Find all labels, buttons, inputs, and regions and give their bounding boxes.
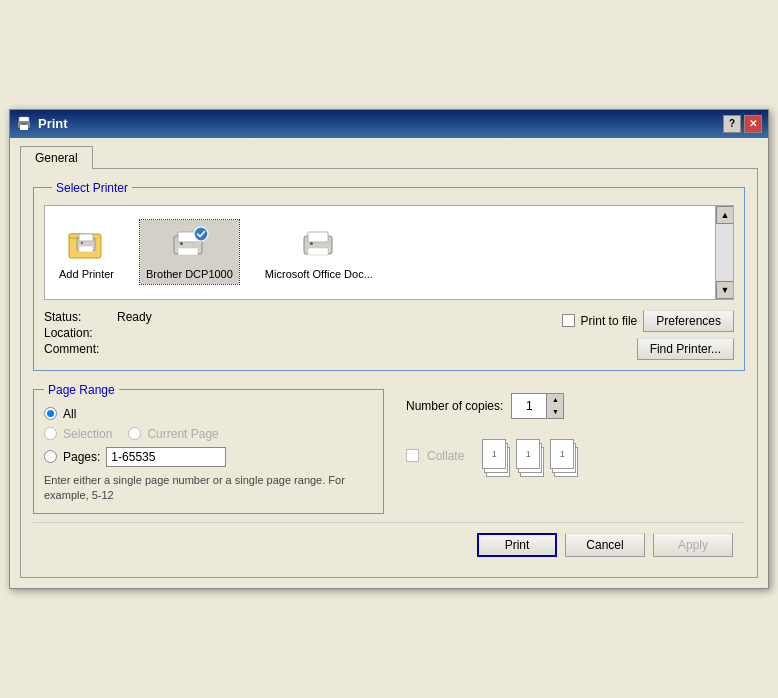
print-title-icon <box>16 116 32 132</box>
print-button[interactable]: Print <box>477 533 557 557</box>
microsoft-printer-icon <box>299 224 339 264</box>
microsoft-label: Microsoft Office Doc... <box>265 268 373 280</box>
pages-label: Pages: <box>63 450 100 464</box>
location-row: Location: <box>44 326 554 340</box>
pages-radio[interactable] <box>44 450 57 463</box>
preferences-button[interactable]: Preferences <box>643 310 734 332</box>
close-button[interactable]: ✕ <box>744 115 762 133</box>
svg-rect-17 <box>308 248 328 255</box>
status-info: Status: Ready Location: Comment: <box>44 310 554 358</box>
page-range-hint: Enter either a single page number or a s… <box>44 473 373 504</box>
selection-group: Selection <box>44 427 112 441</box>
svg-rect-2 <box>20 125 28 130</box>
selection-current-row: Selection Current Page <box>44 427 373 441</box>
svg-rect-16 <box>308 232 328 242</box>
collate-label: Collate <box>427 449 464 463</box>
tab-general[interactable]: General <box>20 146 93 169</box>
printer-list-area[interactable]: Add Printer Brother DCP <box>44 205 734 300</box>
copies-row: Number of copies: ▲ ▼ <box>406 393 735 419</box>
svg-rect-3 <box>22 123 26 124</box>
collate-icon: 3 2 1 3 2 1 3 <box>482 431 582 481</box>
brother-printer-icon <box>169 224 209 264</box>
tab-content: Select Printer <box>20 168 758 579</box>
page-stack-1: 3 2 1 <box>482 439 510 481</box>
find-printer-button[interactable]: Find Printer... <box>637 338 734 360</box>
status-actions: Print to file Preferences Find Printer..… <box>562 310 734 360</box>
comment-label: Comment: <box>44 342 109 356</box>
page-range-group: Page Range All Selection Current Page <box>33 383 384 515</box>
all-label: All <box>63 407 76 421</box>
printer-scrollbar[interactable]: ▲ ▼ <box>715 206 733 299</box>
svg-point-14 <box>194 227 208 241</box>
copies-down-btn[interactable]: ▼ <box>547 406 563 418</box>
svg-rect-7 <box>79 234 93 241</box>
help-button[interactable]: ? <box>723 115 741 133</box>
status-value: Ready <box>117 310 152 324</box>
current-page-radio[interactable] <box>128 427 141 440</box>
title-buttons: ? ✕ <box>723 115 762 133</box>
svg-rect-12 <box>178 248 198 255</box>
status-row: Status: Ready <box>44 310 554 324</box>
copies-section: Number of copies: ▲ ▼ Collate <box>396 383 745 515</box>
location-label: Location: <box>44 326 109 340</box>
find-printer-row: Find Printer... <box>637 338 734 360</box>
svg-rect-18 <box>310 242 313 245</box>
scroll-up-btn[interactable]: ▲ <box>716 206 734 224</box>
dialog-body: General Select Printer <box>10 138 768 589</box>
current-page-group: Current Page <box>128 427 218 441</box>
collate-checkbox[interactable] <box>406 449 419 462</box>
status-label: Status: <box>44 310 109 324</box>
cancel-button[interactable]: Cancel <box>565 533 645 557</box>
scroll-down-btn[interactable]: ▼ <box>716 281 734 299</box>
dialog-footer: Print Cancel Apply <box>33 522 745 565</box>
svg-rect-9 <box>81 242 83 244</box>
selection-label: Selection <box>63 427 112 441</box>
printer-item-microsoft[interactable]: Microsoft Office Doc... <box>259 220 379 284</box>
copies-spinner: ▲ ▼ <box>511 393 564 419</box>
svg-rect-13 <box>180 242 183 245</box>
select-printer-group: Select Printer <box>33 181 745 371</box>
collate-row: Collate 3 2 1 3 2 <box>406 431 735 481</box>
print-to-file-checkbox[interactable] <box>562 314 575 327</box>
title-text: Print <box>38 116 68 131</box>
printer-item-add[interactable]: Add Printer <box>53 220 120 284</box>
scroll-track <box>716 224 733 281</box>
apply-button[interactable]: Apply <box>653 533 733 557</box>
tab-bar: General <box>20 146 758 169</box>
selection-radio[interactable] <box>44 427 57 440</box>
title-bar-left: Print <box>16 116 68 132</box>
current-page-label: Current Page <box>147 427 218 441</box>
page-stack-3: 3 2 1 <box>550 439 578 481</box>
copies-label: Number of copies: <box>406 399 503 413</box>
all-radio-row: All <box>44 407 373 421</box>
print-to-file-label: Print to file <box>581 314 638 328</box>
all-radio[interactable] <box>44 407 57 420</box>
pages-row: Pages: <box>44 447 373 467</box>
print-to-file-row: Print to file Preferences <box>562 310 734 332</box>
add-printer-label: Add Printer <box>59 268 114 280</box>
page-stack-2: 3 2 1 <box>516 439 544 481</box>
printer-item-brother[interactable]: Brother DCP1000 <box>140 220 239 284</box>
page-range-legend: Page Range <box>44 383 119 397</box>
add-printer-icon <box>67 224 107 264</box>
svg-rect-8 <box>79 246 93 252</box>
bottom-section: Page Range All Selection Current Page <box>33 383 745 515</box>
comment-row: Comment: <box>44 342 554 356</box>
title-bar: Print ? ✕ <box>10 110 768 138</box>
brother-label: Brother DCP1000 <box>146 268 233 280</box>
print-dialog: Print ? ✕ General Select Printer <box>9 109 769 590</box>
copies-up-btn[interactable]: ▲ <box>547 394 563 406</box>
status-area: Status: Ready Location: Comment: <box>44 310 734 360</box>
copies-input[interactable] <box>511 393 546 419</box>
select-printer-legend: Select Printer <box>52 181 132 195</box>
pages-input[interactable] <box>106 447 226 467</box>
spinner-buttons: ▲ ▼ <box>546 393 564 419</box>
